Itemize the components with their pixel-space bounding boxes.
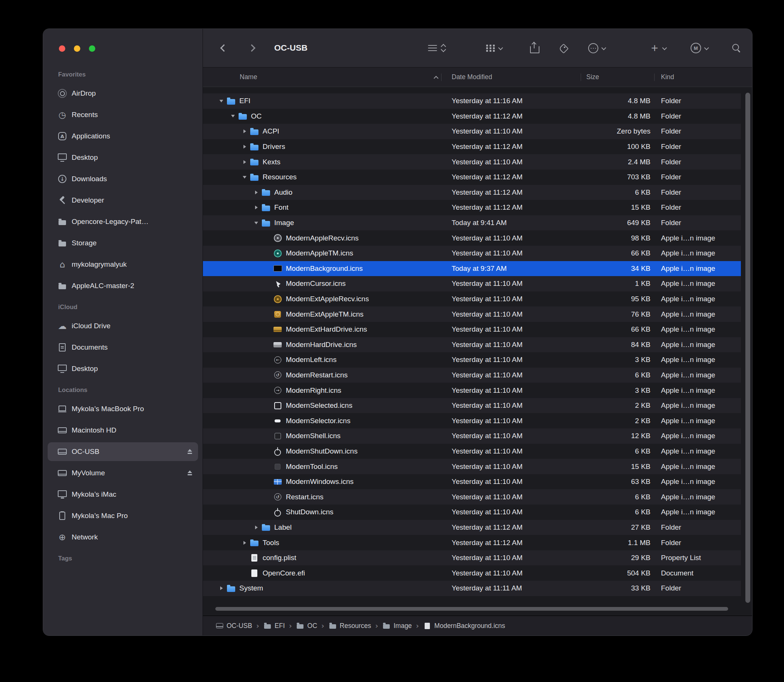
- file-name: Kexts: [263, 158, 280, 166]
- path-item-label: EFI: [274, 622, 285, 630]
- file-row-modernextappletm-icns[interactable]: ModernExtAppleTM.icns Yesterday at 11:10…: [203, 306, 741, 322]
- view-mode-button[interactable]: [428, 43, 446, 53]
- path-item-oc-usb[interactable]: OC-USB: [215, 621, 252, 630]
- file-row-tools[interactable]: Tools Yesterday at 11:12 AM 1.1 MB Folde…: [203, 535, 741, 550]
- sidebar-item-storage[interactable]: Storage: [48, 234, 198, 252]
- sidebar-item-desktop[interactable]: Desktop: [48, 359, 198, 378]
- new-item-button[interactable]: [650, 41, 666, 55]
- file-row-modernselector-icns[interactable]: ModernSelector.icns Yesterday at 11:10 A…: [203, 413, 741, 429]
- file-row-oc[interactable]: OC Yesterday at 11:12 AM 4.8 MB Folder: [203, 109, 741, 124]
- sidebar-item-desktop[interactable]: Desktop: [48, 148, 198, 167]
- path-item-image[interactable]: Image: [382, 621, 412, 630]
- minimize-button[interactable]: [74, 45, 80, 52]
- file-row-restart-icns[interactable]: Restart.icns Yesterday at 11:10 AM 6 KB …: [203, 489, 741, 505]
- more-actions-button[interactable]: [588, 43, 606, 53]
- disclosure-triangle[interactable]: [240, 142, 249, 151]
- file-row-acpi[interactable]: ACPI Yesterday at 11:10 AM Zero bytes Fo…: [203, 124, 741, 139]
- file-row-shutdown-icns[interactable]: ShutDown.icns Yesterday at 11:10 AM 6 KB…: [203, 505, 741, 520]
- disclosure-triangle[interactable]: [251, 188, 261, 197]
- column-header-name[interactable]: Name: [203, 73, 449, 81]
- file-row-modernshutdown-icns[interactable]: ModernShutDown.icns Yesterday at 11:10 A…: [203, 444, 741, 459]
- sidebar-item-icloud-drive[interactable]: iCloud Drive: [48, 317, 198, 335]
- sidebar-item-documents[interactable]: Documents: [48, 338, 198, 357]
- vertical-scrollbar[interactable]: [745, 92, 750, 603]
- disclosure-triangle[interactable]: [251, 202, 261, 212]
- zoom-button[interactable]: [89, 45, 95, 52]
- path-item-oc[interactable]: OC: [296, 621, 317, 630]
- close-button[interactable]: [59, 45, 65, 52]
- sidebar-item-opencore-legacy-pat[interactable]: Opencore-Legacy-Pat…: [48, 212, 198, 231]
- sidebar-item-macintosh-hd[interactable]: Macintosh HD: [48, 421, 198, 440]
- disclosure-triangle[interactable]: [240, 157, 249, 167]
- file-row-modernright-icns[interactable]: ModernRight.icns Yesterday at 11:10 AM 3…: [203, 382, 741, 398]
- file-row-system[interactable]: System Yesterday at 11:11 AM 33 KB Folde…: [203, 581, 741, 596]
- file-row-audio[interactable]: Audio Yesterday at 11:12 AM 6 KB Folder: [203, 185, 741, 200]
- disclosure-triangle[interactable]: [251, 523, 261, 532]
- sidebar-item-mykola-s-macbook-pro[interactable]: Mykola’s MacBook Pro: [48, 400, 198, 418]
- file-name: ModernExtAppleTM.icns: [286, 310, 363, 319]
- search-button[interactable]: [731, 43, 742, 53]
- column-header-kind[interactable]: Kind: [654, 73, 752, 81]
- file-row-modernextapplerecv-icns[interactable]: ModernExtAppleRecv.icns Yesterday at 11:…: [203, 292, 741, 307]
- sidebar-item-airdrop[interactable]: AirDrop: [48, 84, 198, 103]
- horizontal-scrollbar[interactable]: [215, 607, 728, 611]
- file-row-modernextharddrive-icns[interactable]: ModernExtHardDrive.icns Yesterday at 11:…: [203, 322, 741, 337]
- file-row-modernapplerecv-icns[interactable]: ModernAppleRecv.icns Yesterday at 11:10 …: [203, 230, 741, 246]
- sidebar-item-oc-usb[interactable]: OC-USB: [48, 442, 198, 461]
- file-name: Image: [274, 219, 294, 227]
- sidebar-item-applealc-master-2[interactable]: AppleALC-master-2: [48, 276, 198, 295]
- share-button[interactable]: [529, 42, 539, 54]
- file-row-moderntool-icns[interactable]: ModernTool.icns Yesterday at 11:10 AM 15…: [203, 459, 741, 474]
- sidebar-item-mykolagrymalyuk[interactable]: mykolagrymalyuk: [48, 255, 198, 274]
- sidebar-item-network[interactable]: Network: [48, 528, 198, 547]
- disclosure-triangle[interactable]: [217, 583, 226, 593]
- file-row-opencore-efi[interactable]: OpenCore.efi Yesterday at 11:10 AM 504 K…: [203, 565, 741, 581]
- file-row-config-plist[interactable]: config.plist Yesterday at 11:10 AM 29 KB…: [203, 550, 741, 566]
- file-row-resources[interactable]: Resources Yesterday at 11:12 AM 703 KB F…: [203, 170, 741, 185]
- file-row-kexts[interactable]: Kexts Yesterday at 11:10 AM 2.4 MB Folde…: [203, 154, 741, 170]
- disclosure-triangle[interactable]: [217, 96, 226, 106]
- file-row-font[interactable]: Font Yesterday at 11:12 AM 15 KB Folder: [203, 200, 741, 215]
- account-button[interactable]: M: [691, 43, 709, 53]
- path-item-efi[interactable]: EFI: [263, 621, 285, 630]
- file-date-modified: Yesterday at 11:12 AM: [449, 523, 581, 532]
- file-row-modernbackground-icns[interactable]: ModernBackground.icns Today at 9:37 AM 3…: [203, 261, 741, 276]
- disclosure-triangle[interactable]: [240, 538, 249, 548]
- file-row-modernharddrive-icns[interactable]: ModernHardDrive.icns Yesterday at 11:10 …: [203, 337, 741, 353]
- path-item-modernbackground-icns[interactable]: ModernBackground.icns: [423, 621, 505, 630]
- file-size: 66 KB: [581, 325, 654, 333]
- sidebar-item-myvolume[interactable]: MyVolume: [48, 464, 198, 483]
- sidebar-item-recents[interactable]: Recents: [48, 105, 198, 124]
- disclosure-triangle[interactable]: [251, 218, 261, 228]
- sidebar-item-mykola-s-mac-pro[interactable]: Mykola’s Mac Pro: [48, 507, 198, 525]
- file-row-efi[interactable]: EFI Yesterday at 11:16 AM 4.8 MB Folder: [203, 93, 741, 109]
- sidebar-item-developer[interactable]: Developer: [48, 191, 198, 210]
- group-button[interactable]: [486, 45, 503, 52]
- file-row-image[interactable]: Image Today at 9:41 AM 649 KB Folder: [203, 215, 741, 231]
- column-header-size[interactable]: Size: [581, 73, 654, 81]
- disclosure-triangle[interactable]: [240, 172, 249, 182]
- file-row-label[interactable]: Label Yesterday at 11:12 AM 27 KB Folder: [203, 520, 741, 535]
- back-button[interactable]: [217, 40, 231, 56]
- sidebar-item-downloads[interactable]: Downloads: [48, 170, 198, 188]
- file-row-moderncursor-icns[interactable]: ModernCursor.icns Yesterday at 11:10 AM …: [203, 276, 741, 292]
- file-date-modified: Yesterday at 11:12 AM: [449, 173, 581, 181]
- disclosure-triangle[interactable]: [240, 126, 249, 136]
- file-row-modernselected-icns[interactable]: ModernSelected.icns Yesterday at 11:10 A…: [203, 398, 741, 413]
- disclosure-triangle[interactable]: [228, 112, 238, 121]
- file-row-modernleft-icns[interactable]: ModernLeft.icns Yesterday at 11:10 AM 3 …: [203, 352, 741, 368]
- sidebar-section-label: Tags: [58, 555, 202, 562]
- file-row-modernappletm-icns[interactable]: ModernAppleTM.icns Yesterday at 11:10 AM…: [203, 246, 741, 261]
- path-item-resources[interactable]: Resources: [328, 621, 371, 630]
- file-row-drivers[interactable]: Drivers Yesterday at 11:12 AM 100 KB Fol…: [203, 139, 741, 155]
- tag-button[interactable]: [558, 43, 568, 53]
- forward-button[interactable]: [244, 40, 259, 56]
- eject-icon[interactable]: [186, 469, 194, 477]
- eject-icon[interactable]: [186, 448, 194, 456]
- sidebar-item-mykola-s-imac[interactable]: Mykola’s iMac: [48, 485, 198, 504]
- file-row-modernshell-icns[interactable]: ModernShell.icns Yesterday at 11:10 AM 1…: [203, 429, 741, 444]
- sidebar-item-applications[interactable]: Applications: [48, 127, 198, 145]
- column-header-date-modified[interactable]: Date Modified: [449, 73, 581, 81]
- file-row-modernrestart-icns[interactable]: ModernRestart.icns Yesterday at 11:10 AM…: [203, 368, 741, 383]
- file-row-modernwindows-icns[interactable]: ModernWindows.icns Yesterday at 11:10 AM…: [203, 474, 741, 489]
